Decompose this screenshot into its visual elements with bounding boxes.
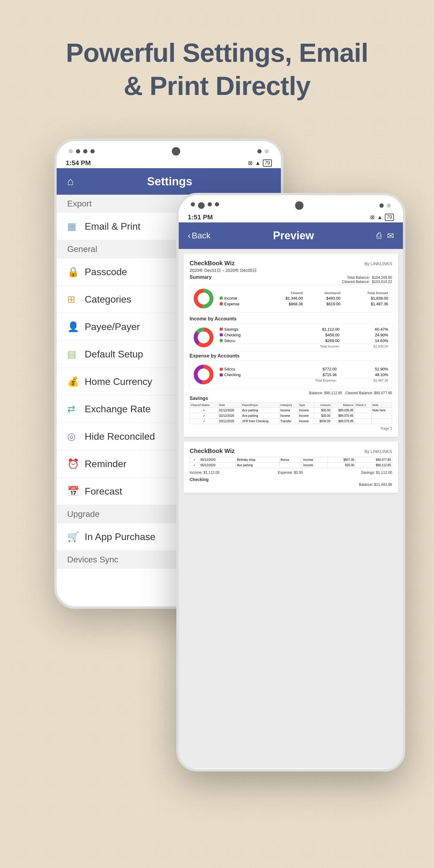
preview-top-camera [179, 195, 403, 212]
preview-battery-icon: 79 [385, 214, 394, 221]
default-icon: ▤ [67, 348, 79, 360]
expense-donut [192, 363, 215, 386]
doc2-checking: Checking [190, 477, 392, 482]
savings-total: Savings: $1,112.00 [361, 470, 392, 475]
settings-title: Settings [80, 175, 259, 188]
wifi-icon: ▲ [255, 160, 260, 166]
doc-by: By LINKLINKS [364, 261, 392, 266]
forecast-icon: 📅 [67, 486, 79, 497]
battery-icon: 79 [263, 159, 272, 167]
table-row: ✓ 02/12/2020 Ace parking Income Income $… [190, 413, 392, 418]
doc-header: CheckBook Wiz By LINKLINKS [190, 260, 392, 267]
expense-label: Expense: $0.00 [278, 470, 303, 475]
doc-date-range: 2020年 Dec01日 – 2020年 Dec05日 [190, 268, 392, 273]
exchange-icon: ⇄ [67, 403, 79, 415]
phone-preview: 1:51 PM ⊠ ▲ 79 ‹ Back Preview ⎙ ✉ [176, 193, 405, 772]
savings-header: Savings [190, 396, 392, 401]
total-balance-value: $104,209.60 [372, 276, 392, 280]
currency-icon: 💰 [67, 376, 79, 387]
payee-icon: 👤 [67, 321, 79, 333]
status-bar: 1:54 PM ⊠ ▲ 79 [57, 158, 281, 168]
network-icon: ⊠ [248, 160, 253, 166]
doc2-checking-balance: Balance: $11,493.86 [190, 483, 392, 487]
categories-icon: ⊞ [67, 293, 79, 305]
doc2-header: CheckBook Wiz By LINKLINKS [190, 447, 392, 455]
phones-area: 1:54 PM ⊠ ▲ 79 ⌂ Settings Export ▦ Email… [0, 127, 434, 789]
preview-time: 1:51 PM [188, 213, 213, 221]
print-icon[interactable]: ⎙ [376, 231, 381, 241]
doc2-income-expense: Income: $1,112.00 Expense: $0.00 Savings… [190, 470, 392, 475]
summary-section: Cleared Uncleared Total Amount Income [190, 284, 392, 313]
back-label: Back [192, 231, 210, 241]
preview-title: Preview [211, 229, 376, 242]
back-chevron: ‹ [188, 231, 190, 241]
reconciled-icon: ◎ [67, 431, 79, 442]
mail-icon[interactable]: ✉ [387, 231, 394, 241]
preview-status-bar: 1:51 PM ⊠ ▲ 79 [179, 212, 403, 222]
cleared-balance-value: $103,610.22 [372, 280, 392, 284]
reminder-icon: ⏰ [67, 458, 79, 470]
doc2-app-name: CheckBook Wiz [190, 447, 235, 455]
svg-point-19 [198, 369, 210, 380]
svg-point-15 [198, 332, 210, 343]
doc-page-2: CheckBook Wiz By LINKLINKS ✓ 05/12/2020 … [184, 441, 398, 493]
table-row: ✓ 05/12/2020 Birthday shop Bonus Income … [190, 457, 392, 463]
income-accounts-label: Income by Accounts [190, 316, 392, 321]
savings-balance-row: Balance: $90,112.85 Cleared Balance: $90… [190, 391, 392, 395]
doc-app-name: CheckBook Wiz [190, 260, 235, 267]
preview-doc-area: CheckBook Wiz By LINKLINKS 2020年 Dec01日 … [179, 249, 403, 769]
transactions-table: Cleared Status Date Payee/Payer Category… [190, 402, 392, 424]
preview-actions: ⎙ ✉ [376, 231, 394, 241]
income-by-accounts: Income by Accounts [190, 316, 392, 351]
income-donut [192, 326, 215, 349]
page-number: Page 1 [190, 427, 392, 431]
expense-accounts-label: Expense by Accounts [190, 353, 392, 359]
summary-donut [192, 287, 215, 310]
page-title-area: Powerful Settings, Email & Print Directl… [0, 0, 434, 127]
expense-accounts-table: Sdccu $772.00 51.90% Checking [218, 366, 390, 383]
purchase-icon: 🛒 [67, 531, 79, 542]
income-label: Income: $1,112.00 [190, 470, 219, 475]
preview-network-icon: ⊠ [370, 214, 375, 221]
income-accounts-table: Savings $1,112.00 60.47% Checking [218, 327, 390, 349]
svg-point-10 [198, 293, 210, 304]
page-title: Powerful Settings, Email & Print Directl… [54, 36, 380, 102]
summary-label: Summary [190, 275, 212, 280]
doc-page-1: CheckBook Wiz By LINKLINKS 2020年 Dec01日 … [184, 254, 398, 437]
preview-header: ‹ Back Preview ⎙ ✉ [179, 222, 403, 249]
back-button[interactable]: ‹ Back [188, 231, 211, 241]
preview-wifi-icon: ▲ [377, 214, 382, 221]
table-row: ✓ 03/12/2020 XFR from Checking Transfer … [190, 418, 392, 424]
phone-top-camera [57, 141, 281, 158]
transactions-table-2: ✓ 05/12/2020 Birthday shop Bonus Income … [190, 457, 392, 468]
summary-table: Cleared Uncleared Total Amount Income [218, 290, 390, 307]
cleared-balance-label: Cleared Balance: [342, 280, 370, 284]
table-row: ✓ 05/12/2020 Ace parking Income $35.00 $… [190, 463, 392, 468]
home-icon[interactable]: ⌂ [67, 175, 74, 188]
time-display: 1:54 PM [66, 159, 91, 167]
total-balance-label: Total Balance: [347, 276, 370, 280]
doc2-by: By LINKLINKS [364, 449, 392, 454]
passcode-icon: 🔒 [67, 266, 79, 278]
email-print-icon: ▦ [67, 221, 79, 232]
table-row: × 01/12/2020 Ace parking Income Income $… [190, 408, 392, 413]
settings-header: ⌂ Settings [57, 168, 281, 195]
expense-by-accounts: Expense by Accounts [190, 353, 392, 389]
